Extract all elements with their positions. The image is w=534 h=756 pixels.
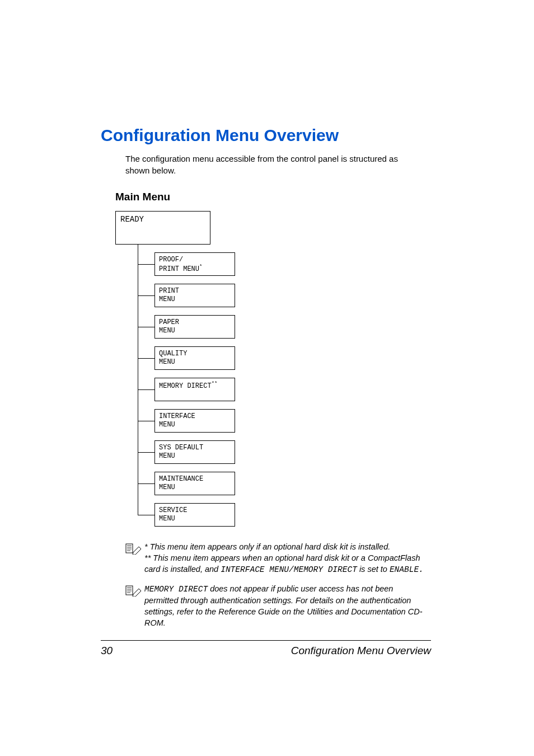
tree-branch-line [138, 389, 154, 390]
menu-item-box: MEMORY DIRECT** [154, 378, 235, 401]
page-number: 30 [101, 645, 113, 657]
menu-item-box: SERVICEMENU [154, 503, 235, 527]
menu-item-line1: PROOF/ [159, 256, 183, 264]
menu-item-line2: MENU [159, 452, 175, 460]
menu-item-line2: MENU [159, 327, 175, 335]
menu-item-line2: MENU [159, 421, 175, 429]
note-1-line-a: * This menu item appears only if an opti… [144, 542, 390, 551]
intro-paragraph: The configuration menu accessible from t… [125, 153, 416, 176]
note-1: * This menu item appears only if an opti… [125, 541, 431, 575]
note-2: MEMORY DIRECT does not appear if public … [125, 583, 431, 628]
menu-item-line1: PRINT [159, 287, 179, 295]
menu-item-box: INTERFACEMENU [154, 409, 235, 433]
tree-branch-line [138, 483, 154, 484]
menu-item-line1: SERVICE [159, 506, 187, 514]
menu-item-line1: PAPER [159, 318, 179, 326]
note-1-line-d: is set to [357, 565, 390, 574]
tree-branch-line [138, 452, 154, 453]
tree-branch-line [138, 264, 154, 265]
menu-item-superscript: ** [212, 381, 218, 387]
menu-item-box: PRINTMENU [154, 284, 235, 307]
note-2-text: MEMORY DIRECT does not appear if public … [144, 583, 428, 628]
section-heading-main-menu: Main Menu [115, 191, 431, 203]
note-1-mono-path: INTERFACE MENU/MEMORY DIRECT [221, 565, 357, 574]
menu-item-line1: INTERFACE [159, 412, 195, 420]
svg-rect-5 [126, 586, 133, 595]
tree-branch-line [138, 421, 154, 421]
footer-rule [101, 640, 431, 641]
footer: 30 Configuration Menu Overview [101, 645, 431, 657]
menu-item-box: SYS DEFAULTMENU [154, 440, 235, 464]
menu-item-box: MAINTENANCEMENU [154, 472, 235, 495]
note-1-mono-enable: ENABLE. [390, 565, 424, 574]
menu-item-line1: MAINTENANCE [159, 475, 203, 483]
note-1-text: * This menu item appears only if an opti… [144, 541, 428, 575]
page-title: Configuration Menu Overview [101, 126, 431, 145]
menu-item-line2: PRINT MENU [159, 265, 199, 273]
tree-trunk-line [138, 245, 138, 515]
menu-item-box: PAPERMENU [154, 315, 235, 339]
menu-tree-diagram: READY PROOF/PRINT MENU*PRINTMENUPAPERMEN… [115, 211, 431, 536]
tree-branch-line [138, 295, 154, 296]
note-2-mono: MEMORY DIRECT [144, 585, 208, 594]
svg-rect-0 [126, 544, 133, 553]
note-icon [125, 542, 144, 557]
running-title: Configuration Menu Overview [291, 645, 431, 657]
tree-branch-line [138, 358, 154, 359]
ready-box: READY [115, 211, 210, 245]
tree-branch-line [138, 327, 154, 327]
note-icon [125, 584, 144, 599]
menu-item-box: PROOF/PRINT MENU* [154, 252, 235, 276]
menu-item-line2: MENU [159, 515, 175, 523]
menu-item-line2: MENU [159, 358, 175, 366]
menu-item-line1: QUALITY [159, 350, 187, 358]
menu-item-box: QUALITYMENU [154, 346, 235, 370]
menu-item-line2: MENU [159, 483, 175, 491]
menu-item-line1: SYS DEFAULT [159, 444, 203, 452]
menu-item-superscript: * [199, 264, 202, 270]
tree-branch-line [138, 515, 154, 515]
menu-item-line2: MENU [159, 295, 175, 303]
menu-item-line1: MEMORY DIRECT [159, 382, 212, 390]
